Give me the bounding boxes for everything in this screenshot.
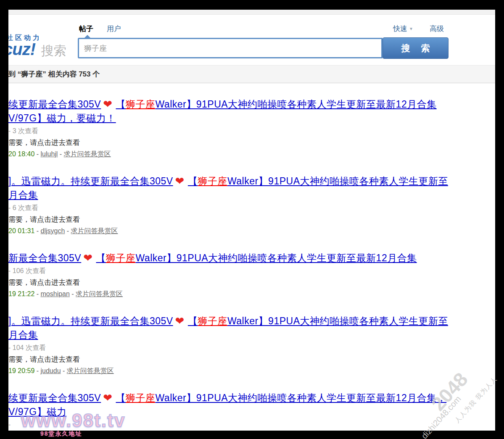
title-text: V/97G】磁力 bbox=[8, 406, 66, 417]
result-footer: 20 18:40 - luluhjl - 求片问答悬赏区 bbox=[8, 148, 495, 160]
title-text: 【 bbox=[188, 176, 198, 187]
quick-search-link[interactable]: 快速▼ bbox=[393, 24, 413, 34]
search-result: ]。迅雷磁力。持续更新最全合集305V❤【狮子座Walker】91PUA大神约啪… bbox=[8, 314, 495, 377]
keyword-highlight: 狮子座 bbox=[126, 99, 156, 110]
search-page: 社区动力 cuz!搜索 帖子 用户 搜 索 快速▼ 高级 到 “狮子座” 相关内… bbox=[8, 10, 495, 431]
results-list: 续更新最全合集305V❤【狮子座Walker】91PUA大神约啪操喷各种素人学生… bbox=[8, 97, 495, 431]
title-text: ]。迅雷磁力。持续更新最全合集305V bbox=[8, 176, 173, 187]
title-text: 【 bbox=[188, 315, 198, 326]
result-title-line[interactable]: 新最全合集305V❤【狮子座Walker】91PUA大神约啪操喷各种素人学生更新… bbox=[8, 251, 495, 265]
result-title-link[interactable]: 续更新最全合集305V❤【狮子座Walker】91PUA大神约啪操喷各种素人学生… bbox=[8, 391, 495, 419]
title-text: 月合集 bbox=[8, 189, 38, 200]
result-title-line[interactable]: 月合集 bbox=[8, 328, 495, 342]
page-top-strip bbox=[8, 10, 495, 15]
result-forum-link[interactable]: 求片问答悬赏区 bbox=[76, 290, 123, 297]
search-result: 新最全合集305V❤【狮子座Walker】91PUA大神约啪操喷各种素人学生更新… bbox=[8, 251, 495, 300]
result-forum-link[interactable]: 求片问答悬赏区 bbox=[67, 367, 114, 374]
result-title-link[interactable]: ]。迅雷磁力。持续更新最全合集305V❤【狮子座Walker】91PUA大神约啪… bbox=[8, 314, 495, 342]
result-view-count: - 104 次查看 bbox=[8, 342, 495, 354]
result-title-line[interactable]: 续更新最全合集305V❤【狮子座Walker】91PUA大神约啪操喷各种素人学生… bbox=[8, 97, 495, 111]
result-title-line[interactable]: 续更新最全合集305V❤【狮子座Walker】91PUA大神约啪操喷各种素人学生… bbox=[8, 391, 495, 405]
keyword-highlight: 狮子座 bbox=[126, 392, 156, 403]
keyword-highlight: 狮子座 bbox=[198, 315, 227, 326]
keyword-highlight: 狮子座 bbox=[198, 176, 227, 187]
result-forum-link[interactable]: 求片问答悬赏区 bbox=[71, 227, 118, 234]
search-input[interactable] bbox=[78, 38, 383, 58]
result-snippet: 需要，请点击进去查看 bbox=[8, 137, 495, 148]
search-result: ]。迅雷磁力。持续更新最全合集305V❤【狮子座Walker】91PUA大神约啪… bbox=[8, 174, 495, 237]
result-author-link[interactable]: jududu bbox=[41, 367, 61, 374]
title-text: 【 bbox=[96, 252, 106, 263]
keyword-highlight: 狮子座 bbox=[106, 252, 136, 263]
title-text: Walker】91PUA大神约啪操喷各种素人学生更新至最新12月合集 bbox=[136, 252, 417, 263]
result-title-link[interactable]: ]。迅雷磁力。持续更新最全合集305V❤【狮子座Walker】91PUA大神约啪… bbox=[8, 174, 495, 202]
heart-icon: ❤ bbox=[103, 98, 112, 110]
result-title-line[interactable]: ]。迅雷磁力。持续更新最全合集305V❤【狮子座Walker】91PUA大神约啪… bbox=[8, 174, 495, 188]
heart-icon: ❤ bbox=[103, 392, 112, 404]
logo-text: cuz! bbox=[8, 40, 35, 58]
result-author-link[interactable]: moshipan bbox=[41, 290, 70, 297]
title-text: Walker】91PUA大神约啪操喷各种素人学生更新至 bbox=[227, 176, 448, 187]
title-text: 【 bbox=[116, 99, 126, 110]
result-date: 20 18:40 bbox=[8, 150, 34, 158]
result-view-count: - 3 次查看 bbox=[8, 125, 495, 137]
watermark-98t-subtitle: 98堂永久地址 bbox=[40, 430, 82, 438]
quick-search-label: 快速 bbox=[393, 25, 407, 33]
title-text: 续更新最全合集305V bbox=[8, 392, 101, 403]
result-snippet: 需要，请点击进去查看 bbox=[8, 214, 495, 225]
title-text: ]。迅雷磁力。持续更新最全合集305V bbox=[8, 315, 173, 326]
result-view-count: - 6 次查看 bbox=[8, 202, 495, 214]
tab-users[interactable]: 用户 bbox=[107, 24, 121, 34]
result-title-line[interactable]: 月合集 bbox=[8, 188, 495, 202]
result-title-line[interactable]: V/97G】磁力 bbox=[8, 405, 495, 419]
heart-icon: ❤ bbox=[83, 252, 92, 264]
result-view-count: - bbox=[8, 419, 495, 431]
tab-posts[interactable]: 帖子 bbox=[79, 24, 93, 34]
result-forum-link[interactable]: 求片问答悬赏区 bbox=[64, 150, 111, 158]
result-snippet: 需要，请点击进去查看 bbox=[8, 277, 495, 288]
result-author-link[interactable]: dljsygch bbox=[41, 227, 65, 234]
title-text: Walker】91PUA大神约啪操喷各种素人学生更新至最新12月合集， bbox=[156, 392, 447, 403]
result-footer: 19 20:59 - jududu - 求片问答悬赏区 bbox=[8, 365, 495, 377]
result-title-link[interactable]: 新最全合集305V❤【狮子座Walker】91PUA大神约啪操喷各种素人学生更新… bbox=[8, 251, 495, 265]
search-button[interactable]: 搜 索 bbox=[383, 37, 449, 59]
title-text: 新最全合集305V bbox=[8, 252, 81, 263]
result-title-line[interactable]: ]。迅雷磁力。持续更新最全合集305V❤【狮子座Walker】91PUA大神约啪… bbox=[8, 314, 495, 328]
heart-icon: ❤ bbox=[175, 175, 185, 187]
advanced-search-link[interactable]: 高级 bbox=[430, 24, 444, 34]
result-date: 19 21:22 bbox=[8, 290, 34, 297]
result-footer: 19 21:22 - moshipan - 求片问答悬赏区 bbox=[8, 288, 495, 300]
result-snippet: 需要，请点击进去查看 bbox=[8, 354, 495, 365]
discuz-logo[interactable]: cuz!搜索 bbox=[8, 40, 66, 60]
search-result: 续更新最全合集305V❤【狮子座Walker】91PUA大神约啪操喷各种素人学生… bbox=[8, 391, 495, 431]
title-text: 续更新最全合集305V bbox=[8, 99, 101, 110]
heart-icon: ❤ bbox=[175, 315, 185, 327]
title-text: V/97G】磁力，要磁力！ bbox=[8, 113, 116, 124]
result-count-bar: 到 “狮子座” 相关内容 753 个 bbox=[8, 65, 495, 83]
result-date: 19 20:59 bbox=[8, 367, 34, 374]
title-text: 【 bbox=[116, 392, 126, 403]
result-author-link[interactable]: luluhjl bbox=[41, 150, 58, 158]
result-title-line[interactable]: V/97G】磁力，要磁力！ bbox=[8, 111, 495, 125]
chevron-down-icon: ▼ bbox=[409, 26, 413, 31]
title-text: Walker】91PUA大神约啪操喷各种素人学生更新至最新12月合集 bbox=[156, 99, 437, 110]
search-result: 续更新最全合集305V❤【狮子座Walker】91PUA大神约啪操喷各种素人学生… bbox=[8, 97, 495, 160]
result-date: 20 01:31 bbox=[8, 227, 34, 234]
result-title-link[interactable]: 续更新最全合集305V❤【狮子座Walker】91PUA大神约啪操喷各种素人学生… bbox=[8, 97, 495, 125]
title-text: Walker】91PUA大神约啪操喷各种素人学生更新至 bbox=[227, 315, 448, 326]
result-footer: 20 01:31 - dljsygch - 求片问答悬赏区 bbox=[8, 225, 495, 237]
result-view-count: - 106 次查看 bbox=[8, 265, 495, 277]
title-text: 月合集 bbox=[8, 329, 38, 340]
logo-suffix: 搜索 bbox=[41, 44, 66, 58]
